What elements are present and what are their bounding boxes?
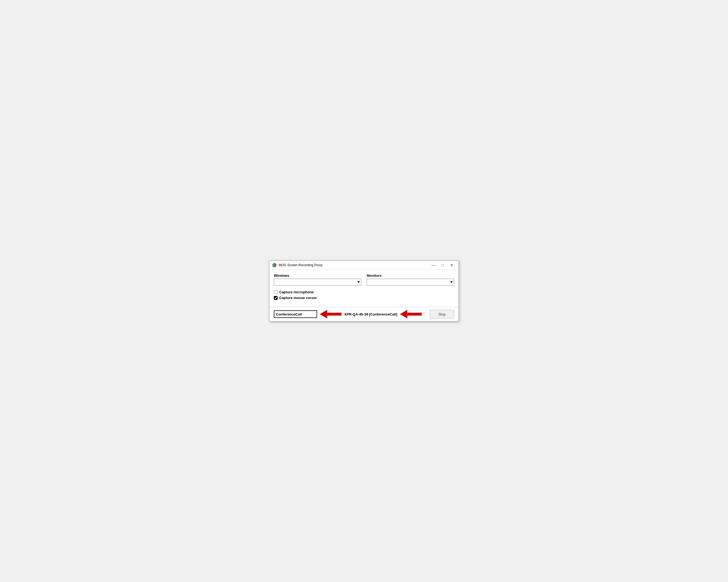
monitors-label: Monitors [367, 273, 454, 277]
capture-microphone-checkbox[interactable] [274, 290, 278, 294]
maximize-button[interactable]: □ [439, 262, 447, 268]
capture-microphone-label[interactable]: Capture microphone [279, 290, 314, 294]
windows-label: Windows [274, 273, 361, 277]
title-bar: MOG Screen Recording Proxy — □ ✕ [269, 261, 459, 270]
monitors-dropdown-group: Monitors [367, 273, 454, 286]
conference-input[interactable] [274, 310, 317, 318]
xpr-label: XPR-QA-45-39 [ConferenceCall] [344, 312, 397, 316]
title-bar-controls: — □ ✕ [429, 262, 456, 268]
bottom-bar: XPR-QA-45-39 [ConferenceCall] Stop [269, 307, 459, 321]
stop-button[interactable]: Stop [430, 310, 454, 318]
title-bar-left: MOG Screen Recording Proxy [272, 263, 322, 267]
checkboxes-section: Capture microphone Capture mouse cursor [274, 290, 454, 300]
capture-mouse-cursor-checkbox[interactable] [274, 296, 278, 300]
close-button[interactable]: ✕ [448, 262, 456, 268]
capture-mouse-cursor-label[interactable]: Capture mouse cursor [279, 296, 317, 300]
windows-select[interactable] [274, 279, 361, 286]
capture-microphone-row: Capture microphone [274, 290, 454, 294]
content-area: Windows Monitors Capture microphone [269, 270, 459, 307]
arrow-left-2-icon [400, 309, 422, 319]
window-title: MOG Screen Recording Proxy [279, 263, 322, 267]
windows-dropdown-group: Windows [274, 273, 361, 286]
svg-marker-1 [400, 310, 422, 318]
dropdowns-row: Windows Monitors [274, 273, 454, 286]
main-window: MOG Screen Recording Proxy — □ ✕ Windows… [269, 261, 459, 321]
svg-marker-0 [320, 310, 341, 318]
arrow-left-1-icon [320, 309, 341, 319]
minimize-button[interactable]: — [429, 262, 437, 268]
mog-logo-icon [272, 263, 277, 267]
monitors-select[interactable] [367, 279, 454, 286]
app-icon [272, 263, 277, 267]
capture-mouse-cursor-row: Capture mouse cursor [274, 296, 454, 300]
